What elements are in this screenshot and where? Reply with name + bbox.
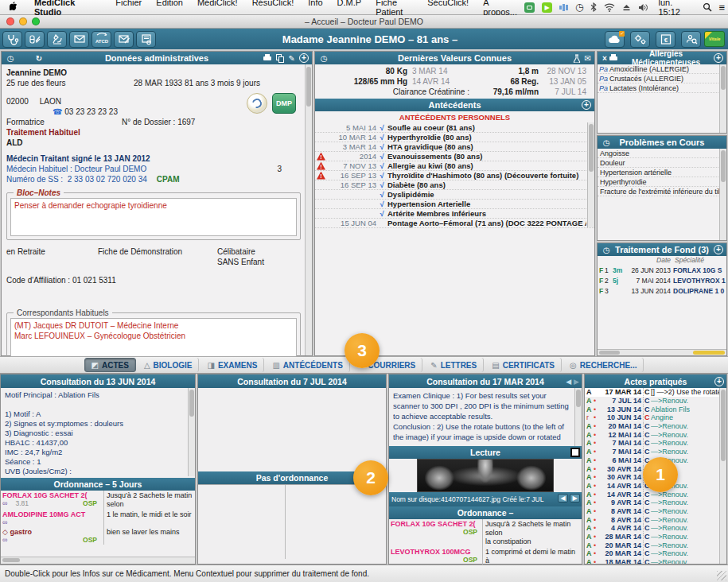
fees-calculator-icon[interactable]: €	[656, 31, 675, 48]
consultation-1-body[interactable]: Motif Principal : Ablation Fils1) Motif …	[1, 388, 195, 478]
app-menu-name[interactable]: MediClick Studio	[27, 0, 108, 17]
volume-icon[interactable]	[638, 3, 648, 12]
acte-row[interactable]: A • 7 MAI 14 C —>Renouv.	[585, 448, 726, 456]
wifi-icon[interactable]	[604, 3, 615, 12]
courrier-envelope-icon[interactable]	[69, 31, 89, 48]
allergy-row[interactable]: Pa Lactates (Intolérance)	[598, 83, 726, 93]
antecedent-row[interactable]: ! 7 NOV 13 √ Allergie au kiwi (80 ans)	[315, 161, 594, 171]
consultation-3-scrollbar[interactable]	[574, 388, 582, 446]
rpps-icon[interactable]	[247, 93, 267, 114]
refresh-icon[interactable]: ↻	[33, 54, 45, 63]
problemes-scrollbar[interactable]	[719, 149, 726, 240]
consultation-2-body[interactable]	[198, 388, 386, 471]
add-acte-button[interactable]: +	[714, 377, 724, 386]
add-traitement-button[interactable]: +	[714, 245, 723, 254]
drug-row[interactable]: ◇ gastro ∞ OSP bien se laver les mains	[1, 527, 195, 545]
antecedent-row[interactable]: ! 3 MAR 14 √ HTA gravidique (80 ans)	[315, 142, 594, 152]
add-allergy-button[interactable]: +	[714, 53, 723, 63]
notification-center-icon[interactable]: ≡	[715, 2, 728, 14]
allergies-scrollbar[interactable]	[719, 64, 726, 133]
consultation-1-scrollbar[interactable]	[188, 388, 195, 476]
send-mail-icon[interactable]: ✉	[585, 54, 591, 63]
bloc-notes-input[interactable]: Penser à demander echograpie tyroidienne	[10, 198, 297, 236]
letter-compose-icon[interactable]	[114, 31, 134, 48]
bluetooth-icon[interactable]	[590, 2, 597, 12]
edit-compose-icon[interactable]: ✎	[289, 54, 295, 63]
xray-image[interactable]	[417, 459, 554, 492]
consultation-stethoscope-icon[interactable]	[2, 31, 22, 48]
probleme-row[interactable]: Angoisse	[598, 149, 726, 158]
carte-vitale-icon[interactable]: Vitale	[704, 31, 725, 47]
certificate-icon[interactable]	[136, 31, 156, 48]
menu-item[interactable]: RésuClick!	[245, 0, 302, 17]
tab[interactable]: ◎ RECHERCHE...	[563, 358, 644, 372]
menubar-clock[interactable]: lun. 15:12	[653, 0, 699, 17]
antecedent-row[interactable]: ! 10 MAR 14 √ Hyperthyroïdie (80 ans)	[315, 133, 594, 142]
acte-row[interactable]: A 17 MAR 14 C [] —>2) Use the rotate bu	[585, 388, 726, 397]
antecedents-atcd-icon[interactable]: ATCD	[91, 31, 111, 48]
menu-item[interactable]: Info	[301, 0, 329, 17]
consultation-3-body[interactable]: Examen Clinique : 1) For best results se…	[389, 388, 582, 446]
tab[interactable]: ▤ CERTIFICATS	[485, 358, 562, 372]
probleme-row[interactable]: Hyperthyroïdie	[598, 177, 726, 187]
apple-menu[interactable]	[0, 2, 27, 13]
antecedent-row[interactable]: ! √ Dyslipidémie	[315, 190, 594, 200]
acte-row[interactable]: A • 8 AVR 14 C —>Renouv.	[585, 515, 726, 524]
acte-row[interactable]: r • 10 JUN 14 C Angine	[585, 413, 726, 422]
antecedent-row[interactable]: ! √ Hypertension Arterielle	[315, 200, 594, 209]
add-antecedent-button[interactable]: +	[582, 100, 591, 110]
traitement-hscrollbar[interactable]	[598, 349, 726, 355]
acte-row[interactable]: A • 20 MAR 14 C —>Renouv.	[585, 549, 726, 558]
probleme-row[interactable]: Fracture de l'extrémité inférieure du ti…	[598, 187, 726, 196]
next-image-button[interactable]: ▶	[570, 494, 580, 502]
biology-microscope-icon[interactable]	[47, 31, 67, 48]
menu-item[interactable]: Fiche Patient	[368, 0, 420, 17]
prev-consultation-icon[interactable]: ◀	[566, 378, 571, 386]
acte-row[interactable]: A • 20 MAI 14 C —>Renouv.	[585, 422, 726, 431]
menu-item[interactable]: D.M.P	[330, 0, 369, 17]
print-icon[interactable]	[263, 54, 272, 62]
menu-item[interactable]: MédiClick!	[190, 0, 245, 17]
actes-scrollbar[interactable]	[719, 388, 726, 564]
antecedent-row[interactable]: ! 16 SEP 13 √ Thyroïdite d'Hashimoto (80…	[315, 171, 594, 180]
menu-item[interactable]: A propos...	[476, 0, 524, 17]
acte-row[interactable]: A • 28 MAR 14 C —>Renouv.	[585, 533, 726, 541]
acte-row[interactable]: A • 7 JUL 14 C —>Renouv.	[585, 397, 726, 405]
prev-image-button[interactable]: ◀	[558, 494, 568, 502]
antecedent-row[interactable]: ! 2014 √ Evanouissements (80 ans)	[315, 152, 594, 161]
print-icon[interactable]	[609, 54, 618, 62]
tab[interactable]: ◩ ACTES	[84, 358, 136, 372]
timemachine-icon[interactable]: ◷	[575, 2, 583, 13]
antecedent-row[interactable]: ! 5 MAI 14 √ Soufle au coeur (81 ans)	[315, 123, 594, 133]
eject-icon[interactable]	[622, 3, 631, 12]
drug-row[interactable]: AMLODIPINE 10MG ACT ∞ 1 le matin, le mid…	[1, 510, 195, 527]
ordonnance-1-hscroll[interactable]	[1, 557, 195, 564]
lecture-checkbox[interactable]	[570, 448, 580, 457]
menu-item[interactable]: Fichier	[108, 0, 149, 17]
allergy-row[interactable]: Pa Crustacés (ALLERGIE)	[598, 74, 726, 83]
traitement-row[interactable]: F 2 5j 7 MAI 2014 LEVOTHYROX 1	[598, 275, 726, 285]
add-admin-button[interactable]: +	[299, 53, 309, 63]
antecedent-row[interactable]: ! 16 SEP 13 √ Diabète (80 ans)	[315, 180, 594, 190]
copy-icon[interactable]	[276, 54, 285, 63]
prescription-icon[interactable]	[25, 31, 45, 48]
history-clock-icon[interactable]: ◷	[601, 246, 612, 254]
drug-row[interactable]: FORLAX 10G SACHET 2( OSP Jusqu'à 2 Sache…	[389, 519, 582, 547]
correspondant-item[interactable]: (MT) Jacques DR DUTOIT – Médecine Intern…	[14, 320, 293, 331]
resize-grip[interactable]	[717, 571, 726, 580]
acte-row[interactable]: A • 9 AVR 14 C —>Renouv.	[585, 499, 726, 507]
acte-row[interactable]: A • 13 JUN 14 C Ablation Fils	[585, 405, 726, 413]
dmp-status-icon[interactable]	[524, 2, 535, 13]
history-clock-icon[interactable]: ◷	[5, 54, 16, 63]
dmp-badge-icon[interactable]: DMP	[272, 93, 296, 114]
settings-gears-icon[interactable]	[630, 31, 650, 48]
antecedent-row[interactable]: ! 15 JUN 04 Pontage Aorto–Fémoral (71 an…	[315, 219, 594, 228]
drug-row[interactable]: FORLAX 10G SACHET 2( ∞ 3.81 OSP Jusqu'à …	[1, 491, 195, 510]
next-consultation-icon[interactable]: ▶	[574, 378, 579, 386]
tab[interactable]: △ BIOLOGIE	[138, 358, 200, 372]
chart-status-icon[interactable]	[559, 3, 568, 12]
history-clock-icon[interactable]: ◷	[601, 138, 612, 147]
acte-row[interactable]: A • 8 AVR 14 C —>Renouv.	[585, 507, 726, 516]
tab[interactable]: ◨ EXAMENS	[200, 358, 264, 372]
lab-icon[interactable]	[573, 54, 581, 63]
